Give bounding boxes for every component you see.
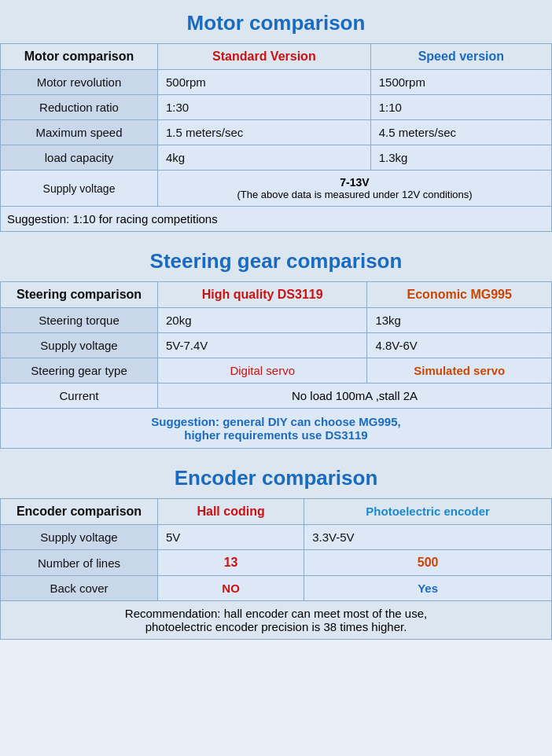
- steering-header-label: Steering comparison: [1, 282, 158, 308]
- motor-row-0: Motor revolution 500rpm 1500rpm: [1, 70, 552, 95]
- encoder-header-label: Encoder comparison: [1, 499, 158, 525]
- motor-suggestion: Suggestion: 1:10 for racing competitions: [1, 207, 552, 232]
- encoder-col1-header: Hall coding: [158, 499, 304, 525]
- motor-supply-voltage-row: Supply voltage 7-13V (The above data is …: [1, 171, 552, 207]
- steering-header-row: Steering comparison High quality DS3119 …: [1, 282, 552, 308]
- encoder-val1-1: 13: [158, 550, 304, 576]
- motor-col2-header: Speed version: [370, 44, 551, 70]
- encoder-val2-1: 500: [304, 550, 552, 576]
- steering-col2-header: Economic MG995: [367, 282, 552, 308]
- steering-current-value: No load 100mA ,stall 2A: [158, 384, 552, 409]
- motor-label-3: load capacity: [1, 145, 158, 171]
- steering-current-label: Current: [1, 384, 158, 409]
- encoder-title: Encoder comparison: [0, 455, 552, 498]
- motor-row-3: load capacity 4kg 1.3kg: [1, 145, 552, 171]
- steering-row-1: Supply voltage 5V-7.4V 4.8V-6V: [1, 333, 552, 358]
- steering-suggestion-row: Suggestion: general DIY can choose MG995…: [1, 409, 552, 449]
- encoder-val2-0: 3.3V-5V: [304, 525, 552, 550]
- steering-row-0: Steering torque 20kg 13kg: [1, 308, 552, 333]
- motor-row-1: Reduction ratio 1:30 1:10: [1, 95, 552, 120]
- encoder-val1-0: 5V: [158, 525, 304, 550]
- motor-supply-value: 7-13V (The above data is measured under …: [158, 171, 552, 207]
- motor-val2-2: 4.5 meters/sec: [370, 120, 551, 145]
- steering-suggestion: Suggestion: general DIY can choose MG995…: [1, 409, 552, 449]
- motor-header-label: Motor comparison: [1, 44, 158, 70]
- motor-label-2: Maximum speed: [1, 120, 158, 145]
- page: Motor comparison Motor comparison Standa…: [0, 0, 552, 640]
- encoder-row-0: Supply voltage 5V 3.3V-5V: [1, 525, 552, 550]
- encoder-recommendation-row: Recommendation: hall encoder can meet mo…: [1, 601, 552, 640]
- steering-val2-0: 13kg: [367, 308, 552, 333]
- encoder-recommendation: Recommendation: hall encoder can meet mo…: [1, 601, 552, 640]
- encoder-table: Encoder comparison Hall coding Photoelec…: [0, 498, 552, 640]
- encoder-col2-header: Photoelectric encoder: [304, 499, 552, 525]
- steering-table: Steering comparison High quality DS3119 …: [0, 281, 552, 449]
- motor-val2-1: 1:10: [370, 95, 551, 120]
- steering-title: Steering gear comparison: [0, 238, 552, 281]
- steering-val1-0: 20kg: [158, 308, 367, 333]
- encoder-row-1: Number of lines 13 500: [1, 550, 552, 576]
- motor-val1-2: 1.5 meters/sec: [158, 120, 371, 145]
- encoder-label-1: Number of lines: [1, 550, 158, 576]
- steering-row-2: Steering gear type Digital servo Simulat…: [1, 358, 552, 384]
- steering-label-2: Steering gear type: [1, 358, 158, 384]
- steering-label-1: Supply voltage: [1, 333, 158, 358]
- motor-label-0: Motor revolution: [1, 70, 158, 95]
- motor-col1-header: Standard Version: [158, 44, 371, 70]
- steering-val2-1: 4.8V-6V: [367, 333, 552, 358]
- encoder-val2-2: Yes: [304, 576, 552, 601]
- motor-val2-0: 1500rpm: [370, 70, 551, 95]
- motor-suggestion-row: Suggestion: 1:10 for racing competitions: [1, 207, 552, 232]
- motor-supply-label: Supply voltage: [1, 171, 158, 207]
- motor-val1-1: 1:30: [158, 95, 371, 120]
- spacer-1: [0, 232, 552, 238]
- steering-current-row: Current No load 100mA ,stall 2A: [1, 384, 552, 409]
- steering-col1-header: High quality DS3119: [158, 282, 367, 308]
- encoder-header-row: Encoder comparison Hall coding Photoelec…: [1, 499, 552, 525]
- motor-val1-3: 4kg: [158, 145, 371, 171]
- motor-val1-0: 500rpm: [158, 70, 371, 95]
- encoder-val1-2: NO: [158, 576, 304, 601]
- motor-header-row: Motor comparison Standard Version Speed …: [1, 44, 552, 70]
- steering-val1-2: Digital servo: [158, 358, 367, 384]
- motor-row-2: Maximum speed 1.5 meters/sec 4.5 meters/…: [1, 120, 552, 145]
- motor-label-1: Reduction ratio: [1, 95, 158, 120]
- motor-title: Motor comparison: [0, 0, 552, 43]
- steering-label-0: Steering torque: [1, 308, 158, 333]
- steering-val2-2: Simulated servo: [367, 358, 552, 384]
- spacer-2: [0, 449, 552, 455]
- encoder-label-2: Back cover: [1, 576, 158, 601]
- motor-table: Motor comparison Standard Version Speed …: [0, 43, 552, 232]
- encoder-label-0: Supply voltage: [1, 525, 158, 550]
- steering-val1-1: 5V-7.4V: [158, 333, 367, 358]
- motor-val2-3: 1.3kg: [370, 145, 551, 171]
- encoder-row-2: Back cover NO Yes: [1, 576, 552, 601]
